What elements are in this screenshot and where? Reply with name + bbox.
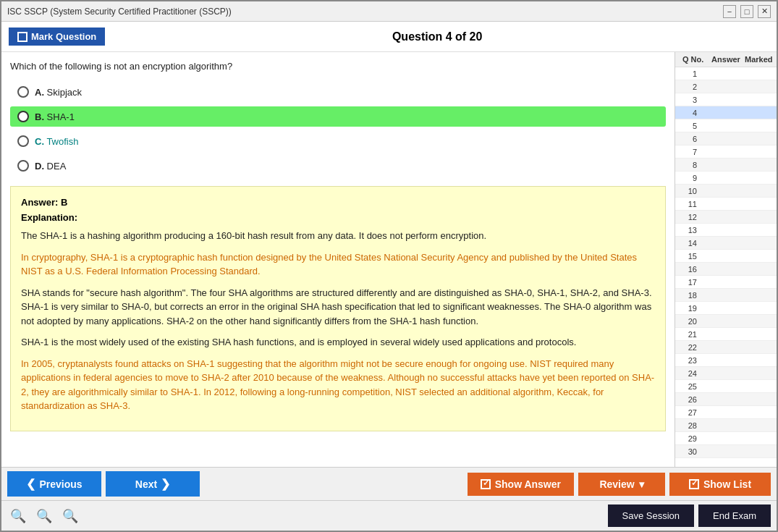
option-a[interactable]: A. Skipjack [10, 82, 666, 102]
option-a-radio [17, 86, 29, 98]
options-list: A. Skipjack B. SHA-1 C. Twofish D. DEA [10, 82, 666, 176]
option-c-label: C. Twofish [35, 136, 78, 147]
close-button[interactable]: ✕ [758, 5, 771, 18]
previous-button[interactable]: ❮ Previous [7, 471, 101, 497]
show-answer-label: Show Answer [495, 478, 561, 490]
sidebar-row-28[interactable]: 28 [675, 419, 777, 432]
next-arrow-icon: ❯ [161, 477, 170, 491]
window-controls: − □ ✕ [723, 5, 771, 18]
option-b-label: B. SHA-1 [35, 111, 75, 122]
sidebar-row-13[interactable]: 13 [675, 224, 777, 237]
option-d[interactable]: D. DEA [10, 156, 666, 176]
option-c[interactable]: C. Twofish [10, 131, 666, 151]
option-d-label: D. DEA [35, 161, 66, 172]
sidebar-row-1[interactable]: 1 [675, 67, 777, 80]
sidebar-row-20[interactable]: 20 [675, 315, 777, 328]
zoom-in-button[interactable]: 🔍 [59, 507, 81, 525]
sidebar-row-11[interactable]: 11 [675, 198, 777, 211]
sidebar-row-27[interactable]: 27 [675, 406, 777, 419]
sidebar-row-6[interactable]: 6 [675, 132, 777, 145]
bottom-row1: ❮ Previous Next ❯ Show Answer Review ▾ S… [1, 467, 777, 500]
previous-arrow-icon: ❮ [26, 477, 35, 491]
save-session-label: Save Session [622, 510, 680, 521]
sidebar-row-30[interactable]: 30 [675, 445, 777, 458]
main-content: Which of the following is not an encrypt… [1, 52, 777, 467]
next-button[interactable]: Next ❯ [106, 471, 200, 497]
sidebar-row-5[interactable]: 5 [675, 119, 777, 132]
minimize-button[interactable]: − [723, 5, 736, 18]
bottom-rows: ❮ Previous Next ❯ Show Answer Review ▾ S… [1, 467, 777, 531]
sidebar-row-16[interactable]: 16 [675, 263, 777, 276]
review-dropdown-icon: ▾ [639, 478, 644, 490]
answer-para-2: In cryptography, SHA-1 is a cryptographi… [21, 250, 655, 279]
sidebar-row-15[interactable]: 15 [675, 250, 777, 263]
previous-label: Previous [39, 478, 82, 490]
window-title: ISC SSCP (System Security Certified Prac… [7, 7, 232, 17]
sidebar: Q No. Answer Marked 1 2 3 4 5 6 7 8 9 10… [675, 52, 777, 467]
option-b[interactable]: B. SHA-1 [10, 106, 666, 127]
sidebar-row-29[interactable]: 29 [675, 432, 777, 445]
sidebar-row-14[interactable]: 14 [675, 237, 777, 250]
sidebar-row-12[interactable]: 12 [675, 211, 777, 224]
next-label: Next [135, 478, 157, 490]
show-answer-checkbox-icon [481, 479, 491, 489]
show-list-label: Show List [703, 478, 751, 490]
sidebar-row-24[interactable]: 24 [675, 367, 777, 380]
zoom-out-button[interactable]: 🔍 [7, 507, 29, 525]
answer-para-1: The SHA-1 is a hashing algorithm produci… [21, 229, 655, 243]
answer-title: Answer: B [21, 197, 655, 208]
sidebar-row-23[interactable]: 23 [675, 354, 777, 367]
title-bar: ISC SSCP (System Security Certified Prac… [1, 1, 777, 22]
end-exam-label: End Exam [713, 510, 756, 521]
answer-box: Answer: B Explanation: The SHA-1 is a ha… [10, 186, 666, 431]
question-area: Which of the following is not an encrypt… [1, 52, 675, 467]
sidebar-row-22[interactable]: 22 [675, 341, 777, 354]
sidebar-row-19[interactable]: 19 [675, 302, 777, 315]
answer-para-5: In 2005, cryptanalysts found attacks on … [21, 357, 655, 413]
mark-question-label: Mark Question [31, 31, 96, 42]
option-a-label: A. Skipjack [35, 87, 82, 98]
toolbar: Mark Question Question 4 of 20 [1, 22, 777, 52]
sidebar-row-2[interactable]: 2 [675, 80, 777, 93]
save-session-button[interactable]: Save Session [608, 504, 695, 527]
review-button[interactable]: Review ▾ [578, 473, 665, 496]
review-label: Review [599, 478, 634, 490]
mark-question-button[interactable]: Mark Question [9, 28, 105, 46]
sidebar-col-qno: Q No. [677, 55, 709, 64]
answer-para-4: SHA-1 is the most widely used of the exi… [21, 335, 655, 350]
sidebar-row-3[interactable]: 3 [675, 93, 777, 106]
mark-checkbox-icon [17, 32, 28, 42]
sidebar-row-10[interactable]: 10 [675, 185, 777, 198]
sidebar-row-9[interactable]: 9 [675, 172, 777, 185]
question-title: Question 4 of 20 [105, 30, 769, 43]
app-window: ISC SSCP (System Security Certified Prac… [0, 0, 778, 532]
sidebar-col-answer: Answer [709, 55, 742, 64]
zoom-reset-button[interactable]: 🔍 [33, 507, 55, 525]
question-text: Which of the following is not an encrypt… [10, 61, 666, 72]
sidebar-header: Q No. Answer Marked [675, 52, 777, 67]
show-answer-button[interactable]: Show Answer [468, 473, 574, 496]
show-list-button[interactable]: Show List [669, 473, 771, 496]
answer-para-3: SHA stands for "secure hash algorithm". … [21, 286, 655, 329]
sidebar-row-17[interactable]: 17 [675, 276, 777, 289]
bottom-row2: 🔍 🔍 🔍 Save Session End Exam [1, 500, 777, 531]
sidebar-row-18[interactable]: 18 [675, 289, 777, 302]
sidebar-row-26[interactable]: 26 [675, 393, 777, 406]
show-list-checkbox-icon [689, 479, 699, 489]
sidebar-row-21[interactable]: 21 [675, 328, 777, 341]
option-d-radio [17, 160, 29, 172]
sidebar-col-marked: Marked [743, 55, 775, 64]
option-b-radio [17, 111, 29, 122]
maximize-button[interactable]: □ [740, 5, 753, 18]
sidebar-row-25[interactable]: 25 [675, 380, 777, 393]
end-exam-button[interactable]: End Exam [698, 504, 771, 527]
sidebar-row-8[interactable]: 8 [675, 159, 777, 172]
option-c-radio [17, 135, 29, 147]
explanation-title: Explanation: [21, 212, 655, 223]
sidebar-row-7[interactable]: 7 [675, 145, 777, 159]
sidebar-scroll-area[interactable]: 1 2 3 4 5 6 7 8 9 10 11 12 13 14 15 16 1… [675, 67, 777, 467]
sidebar-row-4[interactable]: 4 [675, 106, 777, 119]
